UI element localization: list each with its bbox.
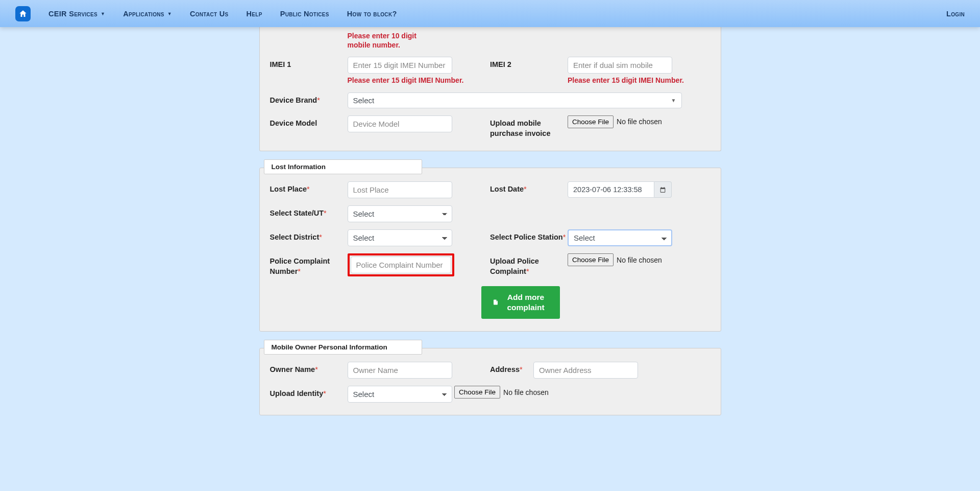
complaint-file-input[interactable]: Choose File No file chosen — [568, 253, 710, 266]
nav-public-notices[interactable]: Public Notices — [280, 10, 329, 18]
chevron-down-icon: ▼ — [101, 11, 105, 16]
complaint-number-label: Police Complaint Number* — [270, 253, 348, 277]
lost-date-input[interactable] — [568, 181, 654, 198]
home-icon — [18, 9, 28, 18]
nav-label: Help — [247, 10, 262, 18]
calendar-button[interactable] — [654, 181, 672, 198]
nav-items: CEIR Services▼ Applications▼ Contact Us … — [48, 10, 946, 18]
state-select[interactable]: Select — [348, 205, 452, 222]
form-container: Please enter 10 digit mobile number. IME… — [259, 27, 721, 415]
file-status-text: No file chosen — [617, 118, 662, 126]
device-model-input[interactable] — [348, 115, 452, 132]
nav-contact-us[interactable]: Contact Us — [190, 10, 229, 18]
lost-place-input[interactable] — [348, 181, 452, 198]
add-more-complaint-button[interactable]: Add more complaint — [481, 286, 560, 319]
device-brand-select[interactable]: Select ▼ — [348, 92, 682, 108]
file-status-text: No file chosen — [503, 388, 549, 396]
calendar-icon — [659, 186, 666, 193]
lost-date-label: Lost Date* — [490, 181, 568, 194]
nav-help[interactable]: Help — [247, 10, 262, 18]
mobile-error: Please enter 10 digit mobile number. — [348, 31, 429, 50]
file-status-text: No file chosen — [617, 256, 662, 264]
lost-info-fieldset: Lost Information Lost Place* Lost Date* — [259, 168, 721, 332]
district-label: Select District* — [270, 229, 348, 242]
nav-label: How to block? — [347, 10, 397, 18]
owner-info-fieldset: Mobile Owner Personal Information Owner … — [259, 348, 721, 415]
upload-complaint-label: Upload Police Complaint* — [490, 253, 568, 277]
address-label: Address* — [490, 362, 533, 375]
imei2-label: IMEI 2 — [490, 57, 568, 69]
owner-name-input[interactable] — [348, 362, 452, 379]
police-station-select[interactable]: Select — [568, 229, 672, 246]
identity-select[interactable]: Select — [348, 386, 452, 403]
home-button[interactable] — [15, 6, 31, 21]
nav-applications[interactable]: Applications▼ — [123, 10, 172, 18]
nav-label: Applications — [123, 10, 164, 18]
choose-file-button[interactable]: Choose File — [568, 115, 614, 128]
imei1-input[interactable] — [348, 57, 452, 74]
select-value: Select — [353, 96, 375, 105]
device-info-fieldset: Please enter 10 digit mobile number. IME… — [259, 27, 721, 151]
device-brand-label: Device Brand* — [270, 92, 348, 105]
upload-invoice-label: Upload mobile purchase invoice — [490, 115, 568, 139]
lost-info-legend: Lost Information — [264, 159, 422, 174]
lost-place-label: Lost Place* — [270, 181, 348, 194]
nav-label: CEIR Services — [48, 10, 97, 18]
owner-address-input[interactable] — [533, 362, 638, 379]
navbar: CEIR Services▼ Applications▼ Contact Us … — [0, 0, 980, 27]
choose-file-button[interactable]: Choose File — [568, 253, 614, 266]
document-icon — [493, 298, 499, 306]
owner-name-label: Owner Name* — [270, 362, 348, 375]
nav-how-to-block[interactable]: How to block? — [347, 10, 397, 18]
imei1-label: IMEI 1 — [270, 57, 348, 69]
chevron-down-icon: ▼ — [167, 11, 172, 16]
login-link[interactable]: Login — [946, 10, 965, 18]
nav-ceir-services[interactable]: CEIR Services▼ — [48, 10, 105, 18]
district-select[interactable]: Select — [348, 229, 452, 246]
police-station-label: Select Police Station* — [490, 229, 568, 242]
button-label: Add more complaint — [503, 292, 549, 313]
device-model-label: Device Model — [270, 115, 348, 128]
nav-label: Public Notices — [280, 10, 329, 18]
invoice-file-input[interactable]: Choose File No file chosen — [568, 115, 710, 128]
state-label: Select State/UT* — [270, 205, 348, 218]
identity-file-input[interactable]: Choose File No file chosen — [454, 386, 710, 399]
nav-label: Contact Us — [190, 10, 229, 18]
imei2-input[interactable] — [568, 57, 672, 74]
complaint-number-highlight — [348, 253, 454, 276]
imei2-error: Please enter 15 digit IMEI Number. — [568, 76, 695, 85]
imei1-error: Please enter 15 digit IMEI Number. — [348, 76, 475, 85]
page-background: Please enter 10 digit mobile number. IME… — [0, 27, 980, 491]
choose-file-button[interactable]: Choose File — [454, 386, 500, 399]
owner-info-legend: Mobile Owner Personal Information — [264, 340, 422, 355]
upload-identity-label: Upload Identity* — [270, 386, 348, 399]
caret-down-icon: ▼ — [671, 98, 676, 103]
complaint-number-input[interactable] — [351, 256, 451, 273]
